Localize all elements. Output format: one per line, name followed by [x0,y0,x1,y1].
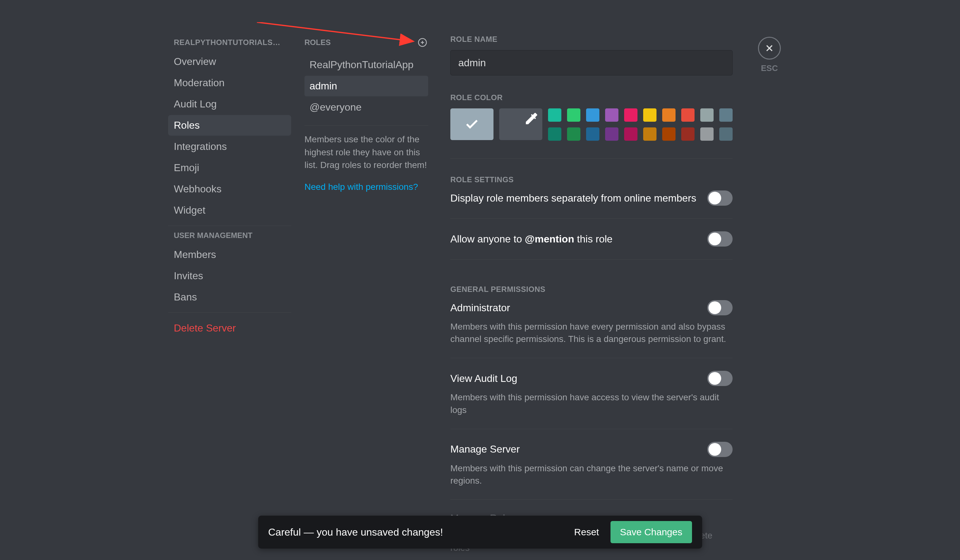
sidebar-item-integrations[interactable]: Integrations [168,136,291,157]
role-name-label: ROLE NAME [450,35,733,44]
roles-separator [304,125,428,126]
color-swatch[interactable] [586,128,599,141]
settings-sidebar: REALPYTHONTUTORIALSERV... Overview Moder… [162,0,295,560]
color-swatch[interactable] [605,108,618,122]
role-editor: ROLE NAME ROLE COLOR ROLE SETTINGS Displ… [435,0,733,560]
perm-view-audit-log-desc: Members with this permission have access… [450,391,733,416]
color-swatch[interactable] [605,128,618,141]
color-swatch[interactable] [586,108,599,122]
roles-panel-header: ROLES [304,38,331,47]
save-changes-button[interactable]: Save Changes [611,521,692,543]
perm-manage-server-desc: Members with this permission can change … [450,462,733,487]
esc-label: ESC [761,63,778,73]
color-swatch[interactable] [624,128,637,141]
close-icon [764,43,775,54]
plus-circle-icon [418,38,427,47]
color-swatch[interactable] [662,128,675,141]
color-swatch[interactable] [719,128,733,141]
sidebar-item-bans[interactable]: Bans [168,287,291,308]
sidebar-item-invites[interactable]: Invites [168,266,291,286]
display-separately-label: Display role members separately from onl… [450,192,696,204]
user-management-header: USER MANAGEMENT [168,231,291,244]
color-default-swatch[interactable] [450,108,493,140]
server-name-header: REALPYTHONTUTORIALSERV... [168,38,291,51]
color-swatch[interactable] [643,108,656,122]
unsaved-changes-toast: Careful — you have unsaved changes! Rese… [258,515,702,549]
allow-mention-toggle[interactable] [707,231,733,247]
perm-view-audit-log-title: View Audit Log [450,373,517,385]
close-button[interactable] [758,37,781,60]
roles-help-text: Members use the color of the highest rol… [304,133,428,172]
general-permissions-label: GENERAL PERMISSIONS [450,285,733,294]
color-custom-swatch[interactable] [499,108,542,140]
perm-manage-server-toggle[interactable] [707,442,733,457]
perm-view-audit-log-toggle[interactable] [707,371,733,386]
color-swatch[interactable] [719,108,733,122]
color-swatch[interactable] [548,108,562,122]
sidebar-item-overview[interactable]: Overview [168,51,291,72]
role-color-label: ROLE COLOR [450,93,733,102]
section-separator [450,158,733,159]
add-role-button[interactable] [417,37,428,48]
sidebar-item-members[interactable]: Members [168,244,291,265]
role-item[interactable]: @everyone [304,97,428,118]
perm-administrator-toggle[interactable] [707,300,733,315]
allow-mention-label: Allow anyone to @mention this role [450,233,613,245]
check-icon [464,116,480,132]
color-swatch[interactable] [681,128,694,141]
sidebar-item-widget[interactable]: Widget [168,200,291,220]
sidebar-item-webhooks[interactable]: Webhooks [168,179,291,199]
color-swatch[interactable] [700,128,714,141]
display-separately-toggle[interactable] [707,190,733,206]
roles-list-panel: ROLES RealPythonTutorialApp admin @every… [295,0,435,560]
sidebar-item-audit-log[interactable]: Audit Log [168,94,291,115]
perm-administrator-title: Administrator [450,302,510,314]
eyedropper-icon [524,111,539,126]
delete-server-button[interactable]: Delete Server [168,318,291,338]
color-swatch[interactable] [681,108,694,122]
toast-message: Careful — you have unsaved changes! [268,526,443,538]
permissions-help-link[interactable]: Need help with permissions? [304,182,418,192]
sidebar-item-moderation[interactable]: Moderation [168,73,291,93]
role-settings-label: ROLE SETTINGS [450,175,733,184]
color-swatch[interactable] [700,108,714,122]
color-swatch[interactable] [567,128,580,141]
sidebar-separator [168,313,291,313]
role-name-input[interactable] [450,50,733,75]
role-item[interactable]: RealPythonTutorialApp [304,54,428,75]
color-swatch[interactable] [567,108,580,122]
color-swatch[interactable] [548,128,562,141]
color-swatch[interactable] [624,108,637,122]
perm-manage-server-title: Manage Server [450,444,520,455]
sidebar-separator [168,226,291,226]
role-item[interactable]: admin [304,76,428,96]
color-swatch[interactable] [662,108,675,122]
color-swatch[interactable] [643,128,656,141]
reset-button[interactable]: Reset [574,527,599,538]
sidebar-item-roles[interactable]: Roles [168,115,291,136]
perm-administrator-desc: Members with this permission have every … [450,321,733,345]
sidebar-item-emoji[interactable]: Emoji [168,158,291,178]
